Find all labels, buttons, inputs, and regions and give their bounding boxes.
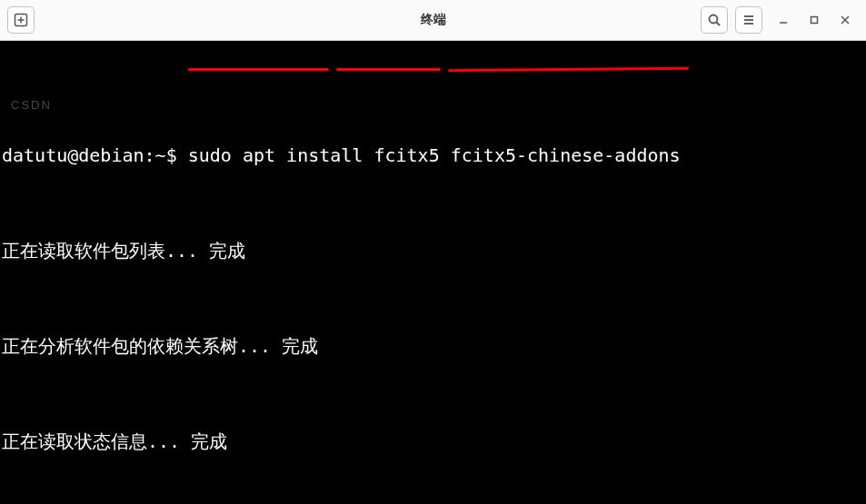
- terminal-output-line: 正在读取软件包列表... 完成: [2, 235, 864, 267]
- window-titlebar: 终端: [0, 0, 866, 41]
- search-button[interactable]: [701, 6, 728, 34]
- prompt-user-host: datutu@debian: [2, 144, 144, 166]
- terminal-prompt-line: datutu@debian:~$ sudo apt install fcitx5…: [2, 140, 864, 172]
- annotation-underline: [188, 68, 329, 71]
- maximize-icon: [809, 15, 820, 25]
- terminal-command: sudo apt install fcitx5 fcitx5-chinese-a…: [188, 144, 681, 166]
- close-icon: [840, 15, 851, 25]
- titlebar-left-group: [7, 6, 38, 34]
- svg-rect-9: [811, 17, 818, 24]
- watermark-text: CSDN: [11, 95, 52, 116]
- close-button[interactable]: [831, 6, 859, 34]
- annotation-underline: [448, 67, 689, 72]
- minimize-icon: [778, 15, 789, 25]
- annotation-underline: [336, 68, 441, 71]
- menu-button[interactable]: [735, 6, 762, 34]
- terminal-output-line: 正在读取状态信息... 完成: [2, 426, 864, 458]
- prompt-end: $: [166, 144, 188, 166]
- svg-line-4: [717, 23, 721, 26]
- plus-box-icon: [14, 13, 28, 27]
- maximize-button[interactable]: [801, 6, 828, 34]
- prompt-path: ~: [155, 144, 166, 166]
- svg-point-3: [710, 15, 718, 24]
- titlebar-right-group: [701, 6, 859, 34]
- window-title: 终端: [421, 12, 446, 28]
- terminal-output-line: 正在分析软件包的依赖关系树... 完成: [2, 331, 864, 362]
- new-tab-button[interactable]: [7, 6, 35, 34]
- hamburger-icon: [742, 13, 756, 27]
- search-icon: [707, 13, 722, 27]
- terminal-output[interactable]: CSDN datutu@debian:~$ sudo apt install f…: [0, 41, 866, 504]
- prompt-separator: :: [144, 144, 155, 166]
- minimize-button[interactable]: [770, 6, 797, 34]
